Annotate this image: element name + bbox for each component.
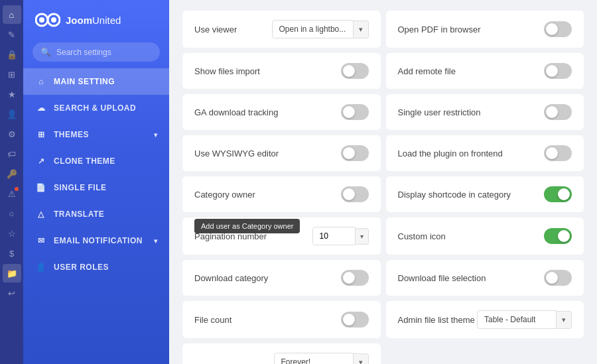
search-box[interactable]: 🔍 [33,42,160,62]
strip-icon-edit[interactable]: ✎ [3,25,21,44]
add-remote-file-label: Add remote file [398,66,456,76]
category-owner-label: Category owner [194,190,255,200]
pagination-input[interactable] [312,227,356,245]
sidebar-item-label: EMAIL NOTIFICATION [54,236,143,245]
strip-icon-bookmark[interactable]: ☆ [3,224,21,243]
sidebar-item-label: TRANSLATE [54,210,104,219]
ga-tracking-toggle[interactable] [341,104,369,120]
download-file-selection-toggle[interactable] [544,270,572,286]
use-viewer-select-wrap[interactable]: Open in a lightbo... Direct link Iframe … [272,20,369,38]
statistics-storage-arrow-btn[interactable]: ▾ [354,353,369,365]
chevron-down-icon: ▾ [154,237,158,245]
custom-icon-label: Custom icon [398,231,446,241]
wysiwyg-toggle[interactable] [341,145,369,161]
sidebar-item-single-file[interactable]: 📄 SINGLE FILE [23,174,169,201]
open-pdf-toggle[interactable] [544,21,572,37]
setting-statistics-storage: Statistics storage Forever! 1 month 3 mo… [182,343,381,364]
single-user-toggle[interactable] [544,104,572,120]
strip-icon-grid[interactable]: ⊞ [3,65,21,84]
download-category-toggle[interactable] [341,270,369,286]
strip-icon-home[interactable]: ⌂ [3,5,21,24]
load-plugin-label: Load the plugin on frontend [398,149,503,158]
admin-file-list-label: Admin file list theme [398,315,475,325]
custom-icon-slider [544,228,572,244]
wysiwyg-slider [341,145,369,161]
sidebar-item-themes[interactable]: ⊞ THEMES ▾ [23,121,169,148]
strip-icon-key[interactable]: 🔑 [3,164,21,183]
category-owner-tooltip: Add user as Category owner [194,219,300,233]
strip-icon-star[interactable]: ★ [3,85,21,103]
user-roles-icon: 👤 [35,261,47,273]
strip-icon-folder[interactable]: 📁 [3,264,21,282]
admin-file-list-select[interactable]: Table - Default List Grid [477,310,557,329]
setting-custom-icon: Custom icon [386,217,584,255]
sidebar-item-main-setting[interactable]: ⌂ MAIN SETTING [23,68,169,95]
add-remote-file-toggle[interactable] [544,63,572,79]
category-owner-slider [341,186,369,202]
statistics-storage-select-wrap[interactable]: Forever! 1 month 3 months ▾ [274,353,369,364]
sidebar-item-email-notification[interactable]: ✉ EMAIL NOTIFICATION ▾ [23,227,169,254]
sidebar-item-search-upload[interactable]: ☁ SEARCH & UPLOAD [23,95,169,121]
use-viewer-arrow-btn[interactable]: ▾ [354,21,369,38]
strip-icon-dollar[interactable]: $ [3,244,21,263]
email-icon: ✉ [35,235,47,247]
setting-add-remote-file: Add remote file [386,53,584,89]
strip-icon-tag[interactable]: 🏷 [3,145,21,163]
search-input[interactable] [56,48,152,57]
sidebar-item-user-roles[interactable]: 👤 USER ROLES [23,254,169,280]
single-user-slider [544,104,572,120]
ga-tracking-slider [341,104,369,120]
download-category-label: Download category [194,273,268,283]
setting-download-file-selection: Download file selection [386,260,584,296]
home-icon: ⌂ [35,76,47,88]
svg-point-1 [39,17,44,23]
admin-file-list-select-wrap[interactable]: Table - Default List Grid ▾ [477,310,572,329]
sidebar-item-translate[interactable]: △ TRANSLATE [23,201,169,227]
strip-icon-tools[interactable]: ⚙ [3,125,21,143]
strip-icon-arrow[interactable]: ↩ [3,284,21,302]
strip-icon-alert[interactable]: ⚠ [3,184,21,203]
svg-point-3 [51,17,56,23]
show-files-import-label: Show files import [194,66,260,76]
sidebar-item-label: SEARCH & UPLOAD [54,103,136,113]
setting-display-shortcode: Display shortcode in category [386,176,584,212]
file-count-label: File count [194,315,232,325]
setting-empty [386,343,584,364]
strip-icon-circle[interactable]: ○ [3,204,21,223]
statistics-storage-select[interactable]: Forever! 1 month 3 months [274,353,354,364]
category-owner-toggle[interactable] [341,186,369,202]
sidebar-item-clone-theme[interactable]: ↗ CLONE THEME [23,148,169,174]
setting-use-viewer: Use viewer Open in a lightbo... Direct l… [182,11,381,48]
main-content: Use viewer Open in a lightbo... Direct l… [169,0,597,364]
strip-icon-lock[interactable]: 🔒 [3,45,21,64]
wysiwyg-label: Use WYSIWYG editor [194,149,279,158]
ga-tracking-label: GA download tracking [194,107,278,117]
file-icon: 📄 [35,182,47,194]
use-viewer-select[interactable]: Open in a lightbo... Direct link Iframe [272,20,354,38]
open-pdf-slider [544,21,572,37]
file-count-slider [341,312,369,328]
display-shortcode-label: Display shortcode in category [398,190,511,200]
display-shortcode-toggle[interactable] [544,186,572,202]
search-upload-icon: ☁ [35,102,47,114]
setting-download-category: Download category [182,260,381,296]
chevron-down-icon: ▾ [154,131,158,139]
pagination-input-wrap[interactable]: ▾ [312,227,369,245]
setting-open-pdf: Open PDF in browser [386,11,584,48]
translate-icon: △ [35,208,47,220]
logo-icon [35,11,60,29]
clone-icon: ↗ [35,155,47,167]
setting-admin-file-list-theme: Admin file list theme Table - Default Li… [386,301,584,338]
strip-icon-person[interactable]: 👤 [3,105,21,123]
show-files-import-toggle[interactable] [341,63,369,79]
admin-file-list-arrow-btn[interactable]: ▾ [557,311,572,329]
file-count-toggle[interactable] [341,312,369,328]
pagination-arrow-btn[interactable]: ▾ [356,228,369,245]
setting-single-user-restriction: Single user restriction [386,94,584,130]
load-plugin-toggle[interactable] [544,145,572,161]
setting-file-count: File count [182,301,381,338]
custom-icon-toggle[interactable] [544,228,572,244]
setting-load-plugin: Load the plugin on frontend [386,135,584,171]
sidebar: JoomUnited 🔍 ⌂ MAIN SETTING ☁ SEARCH & U… [23,0,169,364]
sidebar-item-label: CLONE THEME [54,156,115,166]
